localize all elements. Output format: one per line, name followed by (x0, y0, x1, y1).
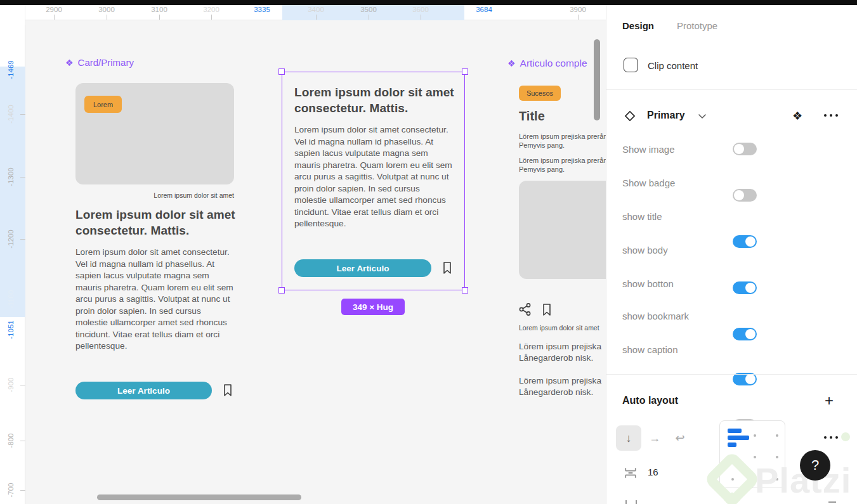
card3-p2-line2: Pemyvis pang. (519, 165, 612, 174)
component-label-text: Card/Primary (78, 57, 134, 68)
component-icon[interactable]: ❖ (792, 109, 802, 123)
ruler-h-label-selection-end: 3684 (469, 6, 499, 13)
prop-label-show-body: show body (622, 245, 668, 255)
clip-content-checkbox[interactable] (624, 58, 638, 72)
ruler-vertical[interactable]: -1469 -1400 -1300 -1200 -1100 -1051 -900… (0, 25, 25, 504)
selection-outline[interactable] (282, 72, 465, 290)
card3-title: Title (519, 109, 545, 124)
layout-direction-down-button[interactable]: ↓ (616, 425, 641, 451)
card1-button-label: Leer Articulo (117, 386, 170, 396)
figma-app-window: ❖ Card/Primary Lorem Lorem ipsum dolor s… (0, 0, 857, 504)
icon-fragment (726, 501, 736, 503)
ruler-v-label: -1300 (6, 158, 15, 196)
card1-badge-text: Lorem (93, 101, 113, 108)
auto-layout-title: Auto layout (622, 395, 678, 406)
size-badge-text: 349 × Hug (353, 302, 393, 312)
selection-handle-top-left[interactable] (278, 68, 285, 75)
tab-design[interactable]: Design (622, 20, 654, 31)
ruler-v-label-selection-start: -1469 (6, 51, 15, 89)
card3-caption: Lorem ipsum dolor sit amet (519, 324, 614, 332)
ruler-h-label: 3000 (91, 6, 122, 13)
component-more-menu[interactable] (824, 114, 838, 117)
ruler-h-label: 3400 (301, 6, 331, 13)
ruler-v-label-selection-end: -1051 (6, 311, 15, 349)
component-name: Primary (647, 110, 685, 121)
alignment-dot[interactable] (731, 478, 734, 481)
chevron-down-icon[interactable] (698, 112, 707, 120)
card3-p4-line2: Lånegarderob nisk. (519, 387, 601, 398)
card3-share-icon[interactable] (518, 302, 532, 316)
ruler-h-label: 3200 (196, 6, 226, 13)
component-diamond-icon: ❖ (507, 58, 516, 68)
alignment-dot[interactable] (776, 478, 778, 481)
toggle-show-body[interactable] (733, 281, 757, 294)
ruler-h-label: 3600 (405, 6, 436, 13)
ruler-h-label-selection-start: 3335 (247, 6, 277, 13)
prop-label-show-caption: show caption (622, 344, 678, 355)
card3-p3-line2: Lånegarderob nisk. (519, 352, 601, 364)
card3-p3-line1: Lörem ipsum prejiska (519, 341, 601, 352)
card1-body: Lorem ipsum dolor sit amet consectetur. … (75, 247, 235, 352)
card3-badge-text: Sucesos (527, 89, 553, 97)
toggle-show-botton[interactable] (733, 328, 757, 340)
card1-read-article-button[interactable]: Leer Articulo (75, 382, 212, 399)
auto-layout-more-menu[interactable] (824, 436, 838, 439)
card3-p2-line1: Lörem ipsum prejiska preråna (519, 156, 612, 165)
help-button[interactable]: ? (800, 450, 830, 481)
selection-handle-bottom-right[interactable] (462, 287, 468, 294)
arrow-right-icon: → (649, 432, 660, 445)
tab-prototype[interactable]: Prototype (677, 20, 717, 31)
icon-fragment (828, 501, 836, 503)
alignment-grid[interactable] (719, 420, 785, 488)
ruler-h-label: 3900 (563, 6, 593, 13)
padding-icon-fragment (625, 500, 627, 504)
component-label-card-primary[interactable]: ❖ Card/Primary (65, 57, 134, 68)
toggle-show-image[interactable] (733, 143, 757, 155)
alignment-dot[interactable] (776, 456, 778, 458)
ruler-corner (0, 5, 25, 25)
alignment-dot[interactable] (754, 456, 756, 458)
alignment-dot[interactable] (776, 434, 778, 437)
selection-handle-top-right[interactable] (462, 68, 468, 75)
card1-bookmark-icon[interactable] (221, 384, 234, 397)
layout-wrap-button[interactable]: ↩ (667, 425, 693, 451)
card3-p4-line1: Lörem ipsum prejiska (519, 375, 601, 387)
card3-paragraph-2: Lörem ipsum prejiska preråna Pemyvis pan… (519, 156, 612, 174)
card3-bookmark-icon[interactable] (540, 303, 553, 317)
prop-label-show-bookmark: show bookmark (622, 311, 689, 321)
alignment-dot[interactable] (754, 478, 756, 481)
card1-image-badge[interactable]: Lorem (84, 96, 122, 113)
ruler-v-label: -700 (6, 471, 15, 504)
card1-title: Lorem ipsum dolor sit amet consectetur. … (75, 207, 235, 238)
toggle-show-badge[interactable] (733, 189, 757, 202)
prop-label-show-image: Show image (622, 144, 675, 155)
prop-label-show-title: show title (622, 211, 662, 222)
window-top-edge (0, 0, 857, 5)
add-auto-layout-icon[interactable]: + (825, 393, 834, 408)
card3-p1-line2: Pemyvis pang. (519, 141, 612, 150)
ruler-v-label: -1400 (6, 95, 15, 133)
clip-content-label: Clip content (648, 60, 698, 71)
vertical-scrollbar[interactable] (594, 39, 600, 120)
alignment-preview-bar (728, 443, 736, 447)
toggle-show-bookmark[interactable] (733, 373, 757, 385)
selection-handle-bottom-left[interactable] (278, 287, 285, 294)
horizontal-scrollbar[interactable] (97, 494, 301, 500)
ruler-v-label: -900 (6, 366, 15, 404)
gap-value[interactable]: 16 (648, 467, 658, 477)
panel-divider (606, 374, 857, 375)
prop-label-show-badge: Show badge (622, 178, 675, 188)
layout-direction-right-button[interactable]: → (642, 425, 667, 451)
card3-badge-sucesos[interactable]: Sucesos (519, 86, 561, 101)
toggle-show-title[interactable] (733, 235, 757, 248)
padding-icon-fragment (636, 500, 637, 504)
card3-image-placeholder[interactable] (519, 181, 620, 279)
alignment-dot[interactable] (754, 434, 756, 437)
alignment-preview-bar (728, 436, 749, 440)
component-set-diamond-icon (622, 108, 638, 124)
prop-label-show-botton: show botton (622, 278, 674, 289)
component-label-articulo[interactable]: ❖ Articulo comple (507, 58, 587, 69)
alignment-dot[interactable] (731, 456, 734, 458)
ruler-v-label: -1200 (6, 220, 15, 258)
card3-paragraph-3: Lörem ipsum prejiska Lånegarderob nisk. (519, 341, 601, 364)
